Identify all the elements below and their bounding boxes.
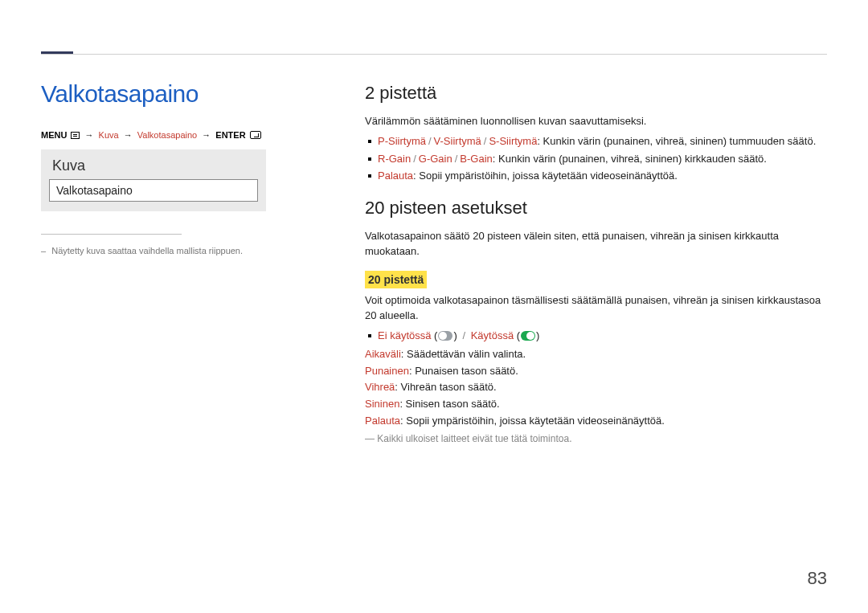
option-off: Ei käytössä — [378, 329, 431, 341]
breadcrumb-valkotasapaino: Valkotasapaino — [137, 130, 197, 140]
subheading-20pistetta: 20 pistettä — [365, 271, 427, 288]
preview-panel: Kuva Valkotasapaino — [41, 149, 266, 211]
preview-row-valkotasapaino[interactable]: Valkotasapaino — [49, 179, 258, 202]
breadcrumb-enter: ENTER — [215, 130, 245, 140]
term-aikavali: Aikaväli — [365, 348, 401, 360]
term-desc: : Säädettävän välin valinta. — [401, 348, 526, 360]
setting-line: Vihreä: Vihreän tason säätö. — [365, 380, 827, 395]
paren: ) — [536, 329, 539, 341]
page-title: Valkotasapaino — [41, 80, 266, 108]
term-desc: : Sopii ympäristöihin, joissa käytetään … — [413, 170, 678, 182]
breadcrumb-kuva: Kuva — [99, 130, 119, 140]
term-desc: : Punaisen tason säätö. — [409, 365, 518, 377]
list-item: Palauta: Sopii ympäristöihin, joissa käy… — [365, 169, 827, 184]
toggle-off-icon — [438, 331, 452, 341]
term-p-siirtyma: P-Siirtymä — [378, 135, 426, 147]
term-desc: : Kunkin värin (punainen, vihreä, sinine… — [493, 153, 767, 165]
term-sininen: Sininen — [365, 398, 399, 410]
term-palauta: Palauta — [365, 415, 400, 427]
breadcrumb: MENU → Kuva → Valkotasapaino → ENTER — [41, 130, 266, 140]
section-intro: Värilämmön säätäminen luonnollisen kuvan… — [365, 114, 827, 129]
preview-heading: Kuva — [52, 157, 258, 174]
term-desc: : Sopii ympäristöihin, joissa käytetään … — [400, 415, 665, 427]
setting-line: Sininen: Sinisen tason säätö. — [365, 397, 827, 412]
section-heading-20pisteen: 20 pisteen asetukset — [365, 195, 827, 221]
paren: ( — [517, 329, 520, 341]
term-r-gain: R-Gain — [378, 153, 411, 165]
setting-line: Punainen: Punaisen tason säätö. — [365, 364, 827, 379]
term-punainen: Punainen — [365, 365, 409, 377]
section-intro: Valkotasapainon säätö 20 pisteen välein … — [365, 229, 827, 260]
list-item: R-Gain/G-Gain/B-Gain: Kunkin värin (puna… — [365, 152, 827, 167]
note: ― Kaikki ulkoiset laitteet eivät tue tät… — [365, 432, 827, 446]
bullet-list: P-Siirtymä/V-Siirtymä/S-Siirtymä: Kunkin… — [365, 134, 827, 185]
subsection-desc: Voit optimoida valkotasapainon täsmällis… — [365, 293, 827, 324]
enter-icon — [250, 131, 261, 139]
footnote-text: Näytetty kuva saattaa vaihdella mallista… — [51, 246, 243, 255]
page-number: 83 — [808, 568, 827, 589]
term-desc: : Sinisen tason säätö. — [399, 398, 499, 410]
dash-icon: – — [41, 246, 46, 255]
arrow-icon: → — [202, 130, 211, 140]
note-prefix: ― — [365, 433, 375, 444]
term-b-gain: B-Gain — [460, 153, 492, 165]
term-s-siirtyma: S-Siirtymä — [489, 135, 537, 147]
list-item: Ei käytössä () / Käytössä () — [365, 329, 827, 344]
paren: ( — [434, 329, 437, 341]
footnote: – Näytetty kuva saattaa vaihdella mallis… — [41, 246, 266, 255]
left-column: Valkotasapaino MENU → Kuva → Valkotasapa… — [41, 80, 266, 255]
menu-icon — [71, 132, 80, 139]
breadcrumb-menu: MENU — [41, 130, 67, 140]
main-content: 2 pistettä Värilämmön säätäminen luonnol… — [365, 80, 827, 446]
term-g-gain: G-Gain — [419, 153, 452, 165]
term-v-siirtyma: V-Siirtymä — [434, 135, 481, 147]
term-desc: : Vihreän tason säätö. — [395, 381, 496, 393]
setting-line: Aikaväli: Säädettävän välin valinta. — [365, 347, 827, 362]
setting-line: Palauta: Sopii ympäristöihin, joissa käy… — [365, 414, 827, 429]
toggle-on-icon — [521, 331, 535, 341]
paren: ) — [453, 329, 460, 341]
note-text: Kaikki ulkoiset laitteet eivät tue tätä … — [377, 433, 571, 444]
divider — [41, 234, 182, 235]
section-heading-2pistetta: 2 pistettä — [365, 80, 827, 106]
option-on: Käytössä — [471, 329, 514, 341]
arrow-icon: → — [85, 130, 94, 140]
bullet-list: Ei käytössä () / Käytössä () — [365, 329, 827, 344]
arrow-icon: → — [124, 130, 133, 140]
header-divider — [41, 54, 827, 55]
term-vihrea: Vihreä — [365, 381, 395, 393]
term-palauta: Palauta — [378, 170, 413, 182]
list-item: P-Siirtymä/V-Siirtymä/S-Siirtymä: Kunkin… — [365, 134, 827, 149]
term-desc: : Kunkin värin (punainen, vihreä, sinine… — [537, 135, 816, 147]
